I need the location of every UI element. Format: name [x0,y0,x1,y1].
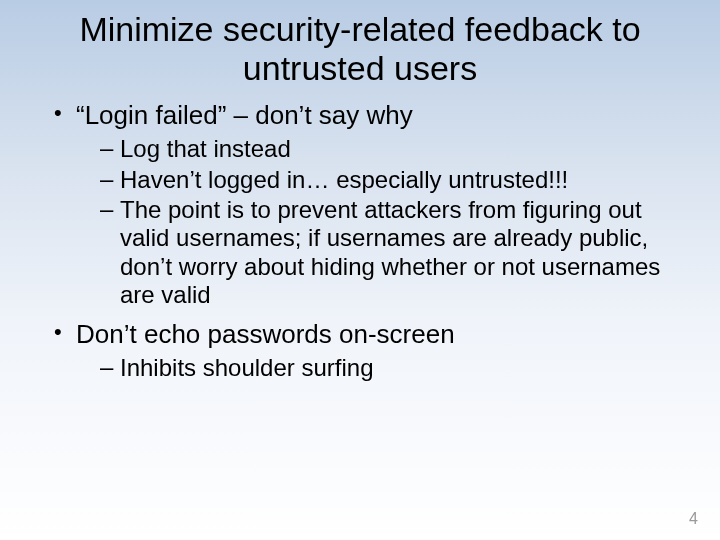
sub-bullet-item: The point is to prevent attackers from f… [100,196,680,309]
bullet-list: “Login failed” – don’t say why Log that … [40,100,680,383]
sub-bullet-list: Inhibits shoulder surfing [76,354,680,382]
slide-body: “Login failed” – don’t say why Log that … [0,88,720,383]
page-number: 4 [689,510,698,528]
sub-bullet-item: Log that instead [100,135,680,163]
sub-bullet-list: Log that instead Haven’t logged in… espe… [76,135,680,309]
bullet-item: “Login failed” – don’t say why Log that … [54,100,680,309]
slide: Minimize security-related feedback to un… [0,0,720,540]
sub-bullet-item: Haven’t logged in… especially untrusted!… [100,166,680,194]
sub-bullet-text: Inhibits shoulder surfing [120,354,373,381]
bullet-text: Don’t echo passwords on-screen [76,319,455,349]
sub-bullet-text: The point is to prevent attackers from f… [120,196,660,308]
slide-title: Minimize security-related feedback to un… [0,0,720,88]
bullet-item: Don’t echo passwords on-screen Inhibits … [54,319,680,383]
sub-bullet-item: Inhibits shoulder surfing [100,354,680,382]
sub-bullet-text: Log that instead [120,135,291,162]
sub-bullet-text: Haven’t logged in… especially untrusted!… [120,166,568,193]
bullet-text: “Login failed” – don’t say why [76,100,413,130]
